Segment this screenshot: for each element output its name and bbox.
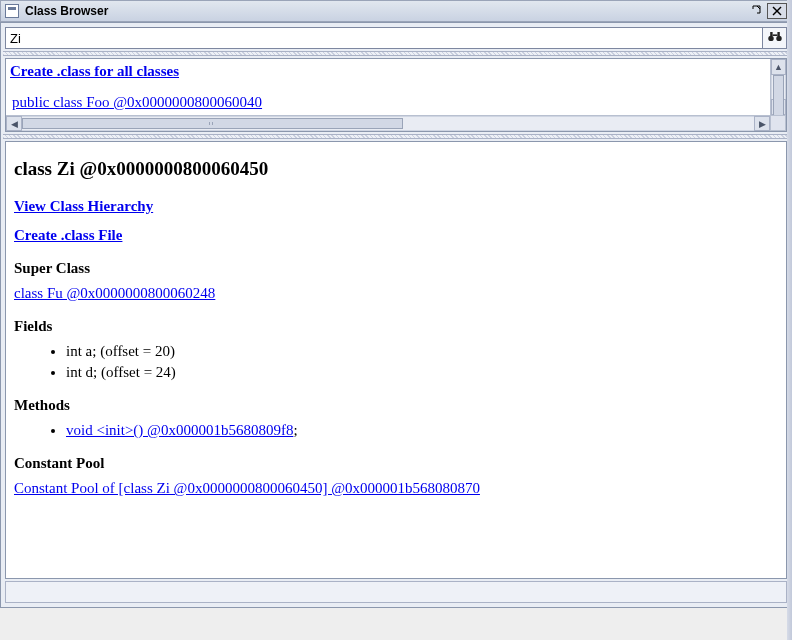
method-link[interactable]: void <init>() @0x000001b5680809f8 [66, 422, 293, 438]
results-vertical-scrollbar[interactable]: ▲ ▼ [770, 59, 786, 115]
status-bar [5, 581, 787, 603]
scroll-right-arrow-icon[interactable]: ▶ [754, 116, 770, 131]
scroll-track[interactable] [771, 75, 786, 99]
search-row [3, 25, 789, 51]
method-item: void <init>() @0x000001b5680809f8; [66, 422, 778, 439]
hscroll-track[interactable] [22, 116, 754, 131]
super-class-link[interactable]: class Fu @0x0000000800060248 [14, 285, 215, 301]
search-button[interactable] [763, 27, 787, 49]
svg-rect-4 [770, 32, 772, 36]
field-item: int d; (offset = 24) [66, 364, 778, 381]
title-bar: Class Browser [0, 0, 792, 22]
scroll-corner [770, 115, 786, 131]
results-horizontal-scrollbar[interactable]: ◀ ▶ [6, 115, 770, 131]
content-frame: Create .class for all classes public cla… [0, 22, 792, 608]
separator [3, 51, 789, 56]
app-icon [5, 4, 19, 18]
constant-pool-link[interactable]: Constant Pool of [class Zi @0x0000000800… [14, 480, 480, 496]
window-right-edge [787, 0, 792, 640]
scroll-up-arrow-icon[interactable]: ▲ [771, 59, 786, 75]
create-class-file-link[interactable]: Create .class File [14, 227, 778, 244]
hscroll-thumb[interactable] [22, 118, 403, 129]
scroll-left-arrow-icon[interactable]: ◀ [6, 116, 22, 131]
svg-point-2 [768, 36, 773, 41]
view-hierarchy-link[interactable]: View Class Hierarchy [14, 198, 778, 215]
separator [3, 134, 789, 139]
restore-window-button[interactable] [745, 3, 765, 19]
field-item: int a; (offset = 20) [66, 343, 778, 360]
search-input[interactable] [5, 27, 763, 49]
create-all-classes-link[interactable]: Create .class for all classes [10, 63, 179, 79]
constant-pool-heading: Constant Pool [14, 455, 778, 472]
window-title: Class Browser [25, 4, 108, 18]
super-class-heading: Super Class [14, 260, 778, 277]
results-pane: Create .class for all classes public cla… [5, 58, 787, 132]
binoculars-icon [767, 29, 783, 47]
result-line-foo[interactable]: public class Foo @0x0000000800060040 [12, 94, 262, 110]
fields-heading: Fields [14, 318, 778, 335]
class-heading: class Zi @0x0000000800060450 [14, 158, 778, 180]
svg-rect-5 [777, 32, 779, 36]
close-window-button[interactable] [767, 3, 787, 19]
fields-list: int a; (offset = 20) int d; (offset = 24… [14, 343, 778, 381]
svg-point-3 [776, 36, 781, 41]
method-suffix: ; [293, 422, 297, 438]
methods-heading: Methods [14, 397, 778, 414]
svg-rect-6 [772, 34, 777, 36]
detail-pane: class Zi @0x0000000800060450 View Class … [5, 141, 787, 579]
methods-list: void <init>() @0x000001b5680809f8; [14, 422, 778, 439]
